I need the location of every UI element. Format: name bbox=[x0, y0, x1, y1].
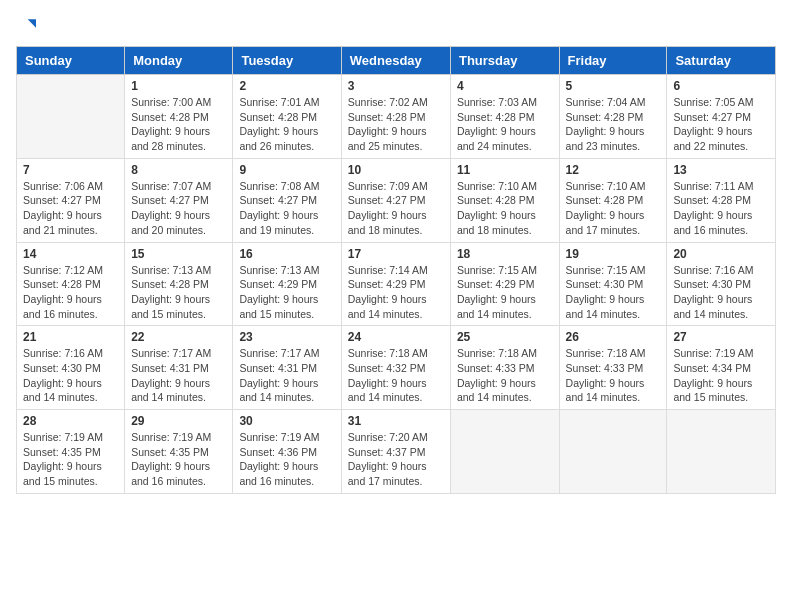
sunrise-label: Sunrise: 7:19 AM bbox=[239, 431, 319, 443]
weekday-header: Tuesday bbox=[233, 47, 341, 75]
sunset-label: Sunset: 4:27 PM bbox=[348, 194, 426, 206]
daylight-label: Daylight: 9 hours and 14 minutes. bbox=[673, 293, 752, 320]
sunrise-label: Sunrise: 7:14 AM bbox=[348, 264, 428, 276]
daylight-label: Daylight: 9 hours and 24 minutes. bbox=[457, 125, 536, 152]
sunset-label: Sunset: 4:27 PM bbox=[673, 111, 751, 123]
day-info: Sunrise: 7:09 AM Sunset: 4:27 PM Dayligh… bbox=[348, 179, 444, 238]
day-number: 15 bbox=[131, 247, 226, 261]
calendar-day-cell: 22 Sunrise: 7:17 AM Sunset: 4:31 PM Dayl… bbox=[125, 326, 233, 410]
sunset-label: Sunset: 4:30 PM bbox=[673, 278, 751, 290]
calendar-week-row: 14 Sunrise: 7:12 AM Sunset: 4:28 PM Dayl… bbox=[17, 242, 776, 326]
daylight-label: Daylight: 9 hours and 19 minutes. bbox=[239, 209, 318, 236]
day-info: Sunrise: 7:10 AM Sunset: 4:28 PM Dayligh… bbox=[457, 179, 553, 238]
day-info: Sunrise: 7:03 AM Sunset: 4:28 PM Dayligh… bbox=[457, 95, 553, 154]
day-number: 19 bbox=[566, 247, 661, 261]
daylight-label: Daylight: 9 hours and 23 minutes. bbox=[566, 125, 645, 152]
day-number: 13 bbox=[673, 163, 769, 177]
day-number: 23 bbox=[239, 330, 334, 344]
calendar-day-cell bbox=[667, 410, 776, 494]
calendar-day-cell: 9 Sunrise: 7:08 AM Sunset: 4:27 PM Dayli… bbox=[233, 158, 341, 242]
sunrise-label: Sunrise: 7:11 AM bbox=[673, 180, 753, 192]
day-info: Sunrise: 7:19 AM Sunset: 4:35 PM Dayligh… bbox=[131, 430, 226, 489]
day-number: 24 bbox=[348, 330, 444, 344]
sunset-label: Sunset: 4:36 PM bbox=[239, 446, 317, 458]
day-number: 8 bbox=[131, 163, 226, 177]
sunset-label: Sunset: 4:27 PM bbox=[23, 194, 101, 206]
calendar-day-cell: 19 Sunrise: 7:15 AM Sunset: 4:30 PM Dayl… bbox=[559, 242, 667, 326]
calendar-day-cell: 25 Sunrise: 7:18 AM Sunset: 4:33 PM Dayl… bbox=[450, 326, 559, 410]
daylight-label: Daylight: 9 hours and 17 minutes. bbox=[348, 460, 427, 487]
sunset-label: Sunset: 4:28 PM bbox=[566, 194, 644, 206]
day-info: Sunrise: 7:13 AM Sunset: 4:29 PM Dayligh… bbox=[239, 263, 334, 322]
day-number: 18 bbox=[457, 247, 553, 261]
calendar-day-cell: 28 Sunrise: 7:19 AM Sunset: 4:35 PM Dayl… bbox=[17, 410, 125, 494]
day-info: Sunrise: 7:08 AM Sunset: 4:27 PM Dayligh… bbox=[239, 179, 334, 238]
day-number: 4 bbox=[457, 79, 553, 93]
sunset-label: Sunset: 4:27 PM bbox=[239, 194, 317, 206]
sunrise-label: Sunrise: 7:17 AM bbox=[239, 347, 319, 359]
calendar-day-cell: 8 Sunrise: 7:07 AM Sunset: 4:27 PM Dayli… bbox=[125, 158, 233, 242]
logo bbox=[16, 16, 44, 36]
daylight-label: Daylight: 9 hours and 15 minutes. bbox=[131, 293, 210, 320]
weekday-header: Sunday bbox=[17, 47, 125, 75]
day-number: 9 bbox=[239, 163, 334, 177]
day-number: 21 bbox=[23, 330, 118, 344]
sunset-label: Sunset: 4:29 PM bbox=[239, 278, 317, 290]
daylight-label: Daylight: 9 hours and 14 minutes. bbox=[566, 377, 645, 404]
sunset-label: Sunset: 4:34 PM bbox=[673, 362, 751, 374]
page-header bbox=[16, 16, 776, 36]
day-info: Sunrise: 7:16 AM Sunset: 4:30 PM Dayligh… bbox=[673, 263, 769, 322]
day-info: Sunrise: 7:11 AM Sunset: 4:28 PM Dayligh… bbox=[673, 179, 769, 238]
sunset-label: Sunset: 4:28 PM bbox=[131, 111, 209, 123]
sunrise-label: Sunrise: 7:19 AM bbox=[673, 347, 753, 359]
day-number: 26 bbox=[566, 330, 661, 344]
sunrise-label: Sunrise: 7:06 AM bbox=[23, 180, 103, 192]
sunset-label: Sunset: 4:32 PM bbox=[348, 362, 426, 374]
daylight-label: Daylight: 9 hours and 14 minutes. bbox=[457, 377, 536, 404]
calendar-day-cell: 11 Sunrise: 7:10 AM Sunset: 4:28 PM Dayl… bbox=[450, 158, 559, 242]
day-info: Sunrise: 7:13 AM Sunset: 4:28 PM Dayligh… bbox=[131, 263, 226, 322]
day-info: Sunrise: 7:19 AM Sunset: 4:36 PM Dayligh… bbox=[239, 430, 334, 489]
sunset-label: Sunset: 4:37 PM bbox=[348, 446, 426, 458]
sunrise-label: Sunrise: 7:20 AM bbox=[348, 431, 428, 443]
calendar-day-cell: 4 Sunrise: 7:03 AM Sunset: 4:28 PM Dayli… bbox=[450, 75, 559, 159]
day-number: 20 bbox=[673, 247, 769, 261]
daylight-label: Daylight: 9 hours and 18 minutes. bbox=[348, 209, 427, 236]
calendar-day-cell bbox=[450, 410, 559, 494]
sunrise-label: Sunrise: 7:16 AM bbox=[673, 264, 753, 276]
day-info: Sunrise: 7:18 AM Sunset: 4:32 PM Dayligh… bbox=[348, 346, 444, 405]
day-number: 31 bbox=[348, 414, 444, 428]
sunset-label: Sunset: 4:33 PM bbox=[566, 362, 644, 374]
day-number: 11 bbox=[457, 163, 553, 177]
calendar-week-row: 21 Sunrise: 7:16 AM Sunset: 4:30 PM Dayl… bbox=[17, 326, 776, 410]
sunrise-label: Sunrise: 7:15 AM bbox=[457, 264, 537, 276]
calendar-day-cell: 20 Sunrise: 7:16 AM Sunset: 4:30 PM Dayl… bbox=[667, 242, 776, 326]
daylight-label: Daylight: 9 hours and 16 minutes. bbox=[239, 460, 318, 487]
sunset-label: Sunset: 4:28 PM bbox=[673, 194, 751, 206]
sunrise-label: Sunrise: 7:19 AM bbox=[131, 431, 211, 443]
day-number: 14 bbox=[23, 247, 118, 261]
day-number: 3 bbox=[348, 79, 444, 93]
calendar-day-cell bbox=[17, 75, 125, 159]
sunset-label: Sunset: 4:30 PM bbox=[566, 278, 644, 290]
sunset-label: Sunset: 4:29 PM bbox=[348, 278, 426, 290]
day-number: 16 bbox=[239, 247, 334, 261]
day-info: Sunrise: 7:19 AM Sunset: 4:35 PM Dayligh… bbox=[23, 430, 118, 489]
day-info: Sunrise: 7:07 AM Sunset: 4:27 PM Dayligh… bbox=[131, 179, 226, 238]
calendar-day-cell: 10 Sunrise: 7:09 AM Sunset: 4:27 PM Dayl… bbox=[341, 158, 450, 242]
calendar-header-row: SundayMondayTuesdayWednesdayThursdayFrid… bbox=[17, 47, 776, 75]
sunset-label: Sunset: 4:28 PM bbox=[131, 278, 209, 290]
day-info: Sunrise: 7:14 AM Sunset: 4:29 PM Dayligh… bbox=[348, 263, 444, 322]
daylight-label: Daylight: 9 hours and 18 minutes. bbox=[457, 209, 536, 236]
daylight-label: Daylight: 9 hours and 14 minutes. bbox=[239, 377, 318, 404]
sunset-label: Sunset: 4:28 PM bbox=[457, 111, 535, 123]
calendar-week-row: 28 Sunrise: 7:19 AM Sunset: 4:35 PM Dayl… bbox=[17, 410, 776, 494]
daylight-label: Daylight: 9 hours and 14 minutes. bbox=[566, 293, 645, 320]
daylight-label: Daylight: 9 hours and 21 minutes. bbox=[23, 209, 102, 236]
sunrise-label: Sunrise: 7:08 AM bbox=[239, 180, 319, 192]
sunset-label: Sunset: 4:33 PM bbox=[457, 362, 535, 374]
day-info: Sunrise: 7:18 AM Sunset: 4:33 PM Dayligh… bbox=[457, 346, 553, 405]
calendar-day-cell: 14 Sunrise: 7:12 AM Sunset: 4:28 PM Dayl… bbox=[17, 242, 125, 326]
sunset-label: Sunset: 4:28 PM bbox=[457, 194, 535, 206]
day-info: Sunrise: 7:02 AM Sunset: 4:28 PM Dayligh… bbox=[348, 95, 444, 154]
